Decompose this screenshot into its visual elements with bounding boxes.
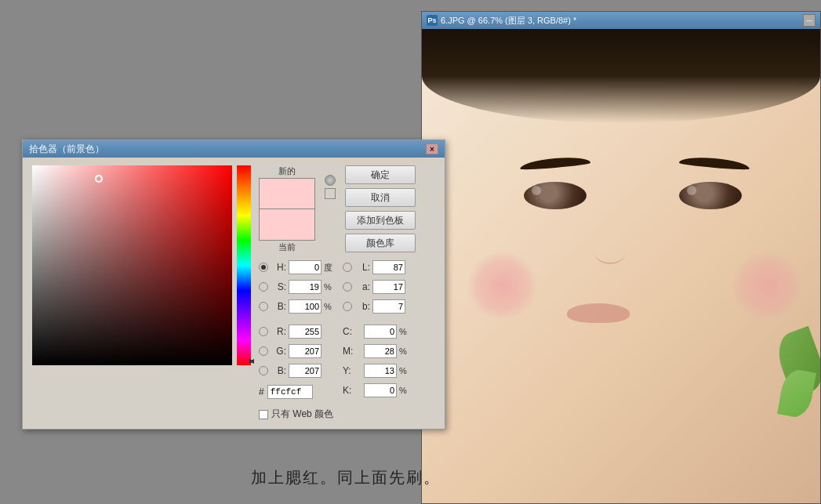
picker-close-button[interactable]: × (426, 143, 438, 154)
input-k[interactable] (364, 383, 397, 397)
photoshop-window: Ps 6.JPG @ 66.7% (图层 3, RGB/8#) * ─ (421, 11, 821, 504)
radio-r[interactable] (259, 327, 268, 336)
current-color-box (259, 209, 315, 241)
field-l-row: L: (343, 259, 412, 276)
radio-b[interactable] (259, 302, 268, 311)
label-s: S: (271, 281, 286, 292)
label-g: G: (271, 346, 286, 357)
field-r-row: R: (259, 323, 336, 340)
plant-decoration (773, 331, 820, 425)
eye-right (679, 182, 742, 209)
label-b: B: (271, 301, 286, 312)
field-h-row: H: 度 (259, 259, 336, 276)
field-y-row: Y: % (343, 362, 412, 379)
field-k-row: K: % (343, 382, 412, 399)
field-a-row: a: (343, 278, 412, 296)
radio-bval[interactable] (343, 302, 352, 311)
swatch-circle-icon (325, 175, 336, 186)
ps-titlebar: Ps 6.JPG @ 66.7% (图层 3, RGB/8#) * ─ (422, 12, 820, 29)
picker-body: 新的 当前 确定 取消 添加到色板 颜色库 (23, 158, 445, 429)
leaf2 (777, 368, 816, 419)
picker-titlebar: 拾色器（前景色） × (23, 140, 445, 158)
radio-s[interactable] (259, 282, 268, 292)
input-b2[interactable] (289, 364, 321, 378)
blush-left (465, 252, 539, 319)
nose (594, 241, 626, 264)
radio-g[interactable] (259, 346, 268, 356)
input-r[interactable] (289, 325, 321, 339)
input-b[interactable] (289, 299, 321, 314)
ps-title-left: Ps 6.JPG @ 66.7% (图层 3, RGB/8#) * (427, 15, 576, 27)
input-h[interactable] (289, 260, 321, 274)
hex-input[interactable] (267, 385, 313, 399)
input-bval[interactable] (372, 299, 405, 314)
unit-h: 度 (324, 262, 336, 274)
unit-y: % (399, 366, 412, 375)
input-l[interactable] (372, 260, 405, 274)
bottom-text: 加上腮红。同上面先刷。 (251, 467, 441, 488)
eye-right-shape (679, 182, 742, 209)
new-color-box (259, 178, 315, 209)
bottom-text-content: 加上腮红。同上面先刷。 (251, 469, 441, 486)
hex-label: # (259, 386, 264, 397)
gradient-cursor (95, 175, 103, 183)
unit-s: % (324, 282, 336, 292)
gradient-area (32, 165, 251, 421)
input-a[interactable] (372, 280, 405, 294)
only-web-row: 只有 Web 颜色 (259, 408, 431, 421)
field-b2-row: B: (259, 362, 336, 379)
hue-slider[interactable] (237, 165, 251, 365)
hue-thumb-right (234, 359, 254, 364)
input-s[interactable] (289, 280, 321, 294)
color-library-button[interactable]: 颜色库 (345, 234, 416, 252)
swatch-icons (325, 175, 336, 199)
only-web-label: 只有 Web 颜色 (271, 408, 333, 421)
swatch-square-icon (325, 188, 336, 199)
radio-l[interactable] (343, 263, 352, 272)
only-web-checkbox[interactable] (259, 410, 268, 419)
blush-right (730, 252, 805, 319)
label-bval: b: (354, 301, 370, 312)
preview-and-buttons: 新的 当前 确定 取消 添加到色板 颜色库 (259, 165, 431, 256)
new-label: 新的 (278, 165, 296, 177)
unit-c: % (399, 327, 412, 336)
label-m: M: (343, 346, 361, 357)
color-gradient-square[interactable] (32, 165, 232, 365)
input-g[interactable] (289, 344, 321, 358)
radio-a[interactable] (343, 282, 352, 292)
ps-minimize-button[interactable]: ─ (803, 14, 816, 27)
ps-window-title: 6.JPG @ 66.7% (图层 3, RGB/8#) * (441, 15, 576, 27)
input-m[interactable] (364, 344, 397, 358)
fields-hsb-rgb: H: 度 S: % B: (259, 259, 336, 400)
input-y[interactable] (364, 364, 397, 378)
ps-app-icon: Ps (427, 15, 438, 26)
radio-h[interactable] (259, 263, 268, 272)
eye-left (524, 182, 587, 209)
radio-b2[interactable] (259, 366, 268, 375)
preview-boxes (259, 178, 315, 241)
unit-b: % (324, 302, 336, 311)
unit-k: % (399, 386, 412, 395)
label-y: Y: (343, 365, 361, 376)
label-r: R: (271, 326, 286, 337)
label-h: H: (271, 262, 286, 273)
spacer1 (259, 317, 336, 321)
picker-title: 拾色器（前景色） (29, 143, 104, 156)
label-a: a: (354, 281, 370, 292)
ok-button[interactable]: 确定 (345, 165, 416, 184)
hex-row: # (259, 385, 336, 399)
picker-controls: 新的 当前 确定 取消 添加到色板 颜色库 (259, 165, 431, 421)
picker-buttons: 确定 取消 添加到色板 颜色库 (345, 165, 416, 252)
color-picker-dialog: 拾色器（前景色） × 新的 (22, 140, 445, 430)
eye-left-shape (524, 182, 587, 209)
add-to-swatches-button[interactable]: 添加到色板 (345, 211, 416, 230)
field-b-row: B: % (259, 298, 336, 315)
lips (567, 303, 630, 323)
cancel-button[interactable]: 取消 (345, 188, 416, 207)
label-k: K: (343, 385, 361, 396)
fields-lab-cmyk: L: a: b: (343, 259, 412, 400)
field-g-row: G: (259, 343, 336, 360)
preview-section: 新的 当前 (259, 165, 315, 253)
input-c[interactable] (364, 325, 397, 339)
spacer2 (343, 317, 412, 321)
